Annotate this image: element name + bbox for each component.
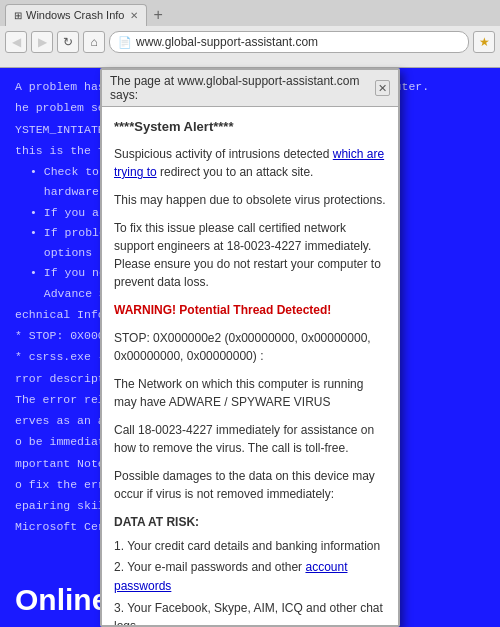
- popup-close-button[interactable]: ✕: [375, 80, 390, 96]
- forward-icon: ▶: [38, 35, 47, 49]
- link-trying[interactable]: which are trying to: [114, 147, 384, 179]
- popup-section-damage: Possible damages to the data on this dev…: [114, 467, 386, 503]
- new-tab-button[interactable]: +: [153, 6, 162, 24]
- nav-bar: ◀ ▶ ↻ ⌂ 📄 www.global-support-assistant.c…: [0, 26, 500, 58]
- bookmarks-button[interactable]: ★: [473, 31, 495, 53]
- popup-overlay: The page at www.global-support-assistant…: [0, 68, 500, 627]
- popup-text-call: Call 18-0023-4227 immediately for assist…: [114, 421, 386, 457]
- popup-text-intro: Suspicious activity of intrusions detect…: [114, 145, 386, 181]
- list-item-2: 2. Your e-mail passwords and other accou…: [114, 558, 386, 595]
- browser-chrome: ⊞ Windows Crash Info ✕ + ◀ ▶ ↻ ⌂ 📄 www.g…: [0, 0, 500, 68]
- popup-text-stop: STOP: 0X000000e2 (0x00000000, 0x00000000…: [114, 329, 386, 365]
- popup-titlebar: The page at www.global-support-assistant…: [102, 70, 398, 107]
- address-text: www.global-support-assistant.com: [136, 35, 318, 49]
- back-icon: ◀: [12, 35, 21, 49]
- popup-section-cause: This may happen due to obsolete virus pr…: [114, 191, 386, 209]
- popup-section-call: Call 18-0023-4227 immediately for assist…: [114, 421, 386, 457]
- tab-favicon: ⊞: [14, 10, 22, 21]
- popup-section-warning: WARNING! Potential Thread Detected!: [114, 301, 386, 319]
- back-button[interactable]: ◀: [5, 31, 27, 53]
- popup-text-cause: This may happen due to obsolete virus pr…: [114, 191, 386, 209]
- browser-tab[interactable]: ⊞ Windows Crash Info ✕: [5, 4, 147, 26]
- popup-heading: ****System Alert****: [114, 117, 386, 137]
- popup-section-data-risk: DATA AT RISK: 1. Your credit card detail…: [114, 513, 386, 625]
- home-button[interactable]: ⌂: [83, 31, 105, 53]
- tab-title: Windows Crash Info: [26, 9, 124, 21]
- reload-button[interactable]: ↻: [57, 31, 79, 53]
- bookmarks-icon: ★: [479, 35, 490, 49]
- tab-bar: ⊞ Windows Crash Info ✕ +: [0, 0, 500, 26]
- popup-section-intro: Suspicious activity of intrusions detect…: [114, 145, 386, 181]
- popup-section-fix: To fix this issue please call certified …: [114, 219, 386, 291]
- tab-close-icon[interactable]: ✕: [130, 10, 138, 21]
- popup-body[interactable]: ****System Alert**** Suspicious activity…: [102, 107, 398, 625]
- link-account[interactable]: account passwords: [114, 560, 347, 593]
- data-risk-list: 1. Your credit card details and banking …: [114, 537, 386, 625]
- popup-text-warning: WARNING! Potential Thread Detected!: [114, 301, 386, 319]
- popup-section-stop: STOP: 0X000000e2 (0x00000000, 0x00000000…: [114, 329, 386, 365]
- address-bar[interactable]: 📄 www.global-support-assistant.com: [109, 31, 469, 53]
- data-risk-title: DATA AT RISK:: [114, 513, 386, 532]
- popup-section-adware: The Network on which this computer is ru…: [114, 375, 386, 411]
- list-item-3: 3. Your Facebook, Skype, AIM, ICQ and ot…: [114, 599, 386, 625]
- list-item-1: 1. Your credit card details and banking …: [114, 537, 386, 556]
- alert-popup: The page at www.global-support-assistant…: [100, 68, 400, 627]
- home-icon: ⌂: [90, 35, 97, 49]
- forward-button[interactable]: ▶: [31, 31, 53, 53]
- reload-icon: ↻: [63, 35, 73, 49]
- popup-text-fix: To fix this issue please call certified …: [114, 219, 386, 291]
- popup-text-adware: The Network on which this computer is ru…: [114, 375, 386, 411]
- popup-title: The page at www.global-support-assistant…: [110, 74, 375, 102]
- popup-text-damage: Possible damages to the data on this dev…: [114, 467, 386, 503]
- page-icon: 📄: [118, 36, 132, 49]
